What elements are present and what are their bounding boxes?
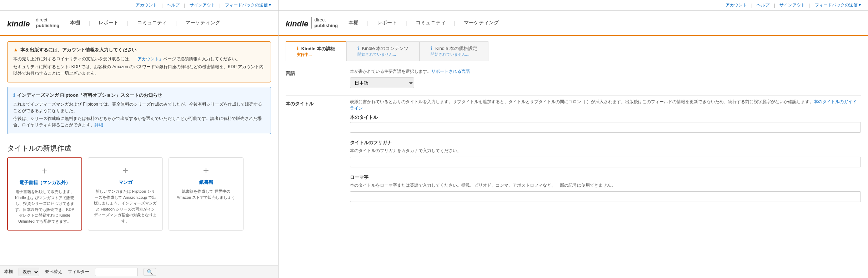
form-row-book-title: 本のタイトル 表紙に書かれているとおりのタイトルを入力します。サブタイトルを追加…: [286, 98, 861, 202]
manga-card-title: マンガ: [119, 179, 132, 186]
left-signout-link[interactable]: サインアウト: [190, 2, 215, 8]
language-content-col: 本が書かれている主要言語を選択します。サポートされる言語 日本語 English: [343, 68, 861, 88]
ebook-card-desc: 電子書籍を出版して販売します。Kindle およびマンガストアで販売し、投資シリ…: [14, 189, 76, 224]
title-main-input[interactable]: [350, 122, 861, 133]
left-panel: アカウント | ヘルプ | サインアウト | フィードバックの送信 ▾ kind…: [0, 0, 279, 278]
right-nav-links: 本棚 | レポート | コミュニティ | マーケティング: [348, 20, 499, 26]
bottom-label4: フィルター: [68, 269, 89, 275]
form-area: 言語 本が書かれている主要言語を選択します。サポートされる言語 日本語 Engl…: [279, 61, 868, 278]
language-desc: 本が書かれている主要言語を選択します。サポートされる言語: [350, 68, 861, 75]
ebook-plus-icon: +: [42, 165, 47, 177]
card-ebook[interactable]: + 電子書籍（マンガ以外） 電子書籍を出版して販売します。Kindle およびマ…: [7, 157, 82, 231]
title-guide-link[interactable]: 本のタイトルのガイドライン: [350, 99, 857, 111]
tab-contents[interactable]: ℹ Kindle 本のコンテンツ 開始されていません...: [346, 41, 420, 61]
left-nav-links: 本棚 | レポート | コミュニティ | マーケティング: [70, 20, 220, 26]
manga-card-desc: 新しいマンガまたは Fliptoon シリーズを作成して Amazon.co.j…: [94, 188, 157, 224]
title-furigana-sublabel: タイトルのフリガナ: [350, 140, 861, 146]
right-sep2: |: [774, 3, 775, 8]
bottom-search-button[interactable]: 🔍: [144, 268, 156, 276]
left-account-link[interactable]: アカウント: [136, 2, 157, 8]
ebook-card-title: 電子書籍（マンガ以外）: [19, 180, 70, 186]
left-bottom-bar: 本棚 表示 並べ替え フィルター 🔍: [0, 265, 278, 278]
tab-pricing-label: Kindle 本の価格設定: [435, 46, 477, 51]
alert-warning-line1: 本の売り上げに対するロイヤリティの支払いを受け取るには、「アカウント」ページで必…: [13, 56, 265, 62]
left-logo-kindle: kindle: [7, 19, 30, 29]
title-main-sublabel: 本のタイトル: [350, 114, 861, 121]
book-title-content-col: 表紙に書かれているとおりのタイトルを入力します。サブタイトルを追加すると、タイト…: [343, 98, 861, 202]
language-label: 言語: [286, 70, 343, 77]
book-title-desc: 表紙に書かれているとおりのタイトルを入力します。サブタイトルを追加すると、タイト…: [350, 98, 861, 111]
left-sep2: |: [184, 3, 185, 8]
alert-info: ℹ インディーズマンガ Fliptoon「有料オプション」スタートのお知らせ こ…: [7, 87, 271, 134]
right-logo: kindle direct publishing: [286, 17, 338, 28]
language-label-col: 言語: [286, 68, 343, 78]
card-manga[interactable]: + マンガ 新しいマンガまたは Fliptoon シリーズを作成して Amazo…: [88, 157, 163, 231]
alert-warning-title: ▲ 本を出版するには、アカウント情報を入力してください: [13, 46, 265, 54]
right-feedback-link[interactable]: フィードバックの送信 ▾: [815, 2, 861, 8]
tab-pricing[interactable]: ℹ Kindle 本の価格設定 開始されていません...: [420, 41, 488, 61]
bottom-display-select[interactable]: 表示: [19, 268, 39, 276]
tab-details-icon: ℹ: [297, 46, 298, 51]
detail-link[interactable]: 詳細: [95, 122, 103, 127]
left-alerts: ▲ 本を出版するには、アカウント情報を入力してください 本の売り上げに対するロイ…: [0, 36, 278, 140]
tab-contents-icon: ℹ: [357, 46, 359, 51]
alert-warning: ▲ 本を出版するには、アカウント情報を入力してください 本の売り上げに対するロイ…: [7, 41, 271, 82]
right-nav-report[interactable]: レポート: [377, 20, 397, 26]
language-select[interactable]: 日本語 English: [350, 77, 414, 88]
right-nav-marketing[interactable]: マーケティング: [464, 20, 499, 26]
left-sep1: |: [161, 3, 162, 8]
right-logo-direct: direct publishing: [311, 17, 338, 28]
right-account-link[interactable]: アカウント: [726, 2, 747, 8]
left-feedback-link[interactable]: フィードバックの送信 ▾: [225, 2, 271, 8]
left-top-nav: アカウント | ヘルプ | サインアウト | フィードバックの送信 ▾: [0, 0, 278, 11]
left-nav-marketing[interactable]: マーケティング: [185, 20, 220, 26]
bottom-label3: 並べ替え: [45, 269, 62, 275]
title-furigana-input[interactable]: [350, 157, 861, 167]
tab-details-status: 実行中...: [297, 52, 335, 57]
info-icon: ℹ: [13, 91, 15, 99]
left-logo-direct-text: direct: [36, 17, 60, 23]
left-nav-hondana[interactable]: 本棚: [70, 20, 80, 26]
left-help-link[interactable]: ヘルプ: [167, 2, 180, 8]
tab-pricing-icon: ℹ: [431, 46, 432, 51]
book-title-label: 本のタイトル: [286, 101, 343, 107]
step-tabs: ℹ Kindle 本の詳細 実行中... ℹ Kindle 本のコンテンツ 開始…: [279, 36, 868, 61]
right-nav-community[interactable]: コミュニティ: [416, 20, 446, 26]
warning-icon: ▲: [13, 46, 18, 54]
section-title: タイトルの新規作成: [0, 140, 278, 156]
left-sep3: |: [220, 3, 221, 8]
alert-info-line1: これまでインディーズマンガおよび Fliptoon では、完全無料のシリーズ作成…: [13, 101, 265, 114]
paperback-card-title: 紙書籍: [199, 179, 213, 186]
right-top-nav: アカウント | ヘルプ | サインアウト | フィードバックの送信 ▾: [279, 0, 868, 11]
left-logo-direct: direct publishing: [33, 17, 60, 28]
tab-details[interactable]: ℹ Kindle 本の詳細 実行中...: [286, 41, 346, 61]
account-link[interactable]: 「アカウント」: [133, 56, 163, 61]
title-roman-desc: 本のタイトルをローマ字または英語で入力してください。括弧、ピリオド、コンマ、アポ…: [350, 182, 861, 188]
book-title-label-col: 本のタイトル: [286, 98, 343, 108]
right-signout-link[interactable]: サインアウト: [779, 2, 805, 8]
left-nav-community[interactable]: コミュニティ: [137, 20, 167, 26]
right-logo-kindle: kindle: [286, 19, 308, 29]
left-nav-report[interactable]: レポート: [99, 20, 119, 26]
alert-info-line2: 今後は、シリーズ作成時に無料または有料のどちらかで出版するかを選んでいただくこと…: [13, 115, 265, 128]
right-logo-direct-text: direct: [315, 17, 338, 23]
right-help-link[interactable]: ヘルプ: [757, 2, 769, 8]
supported-langs-link[interactable]: サポートされる言語: [431, 69, 470, 74]
left-main-nav: kindle direct publishing 本棚 | レポート | コミュ…: [0, 11, 278, 36]
tab-details-label: Kindle 本の詳細: [301, 46, 335, 51]
paperback-card-desc: 紙書籍を作成して 世界中の Amazon ストアで販売しましょう: [175, 188, 237, 200]
title-roman-input[interactable]: [350, 191, 861, 202]
right-sep1: |: [751, 3, 752, 8]
divider-1: [286, 95, 861, 96]
right-sep3: |: [809, 3, 811, 8]
tab-contents-label: Kindle 本のコンテンツ: [362, 46, 409, 51]
bottom-label1: 本棚: [4, 269, 13, 275]
bottom-search-input[interactable]: [95, 268, 138, 276]
paperback-plus-icon: +: [203, 165, 209, 176]
right-nav-hondana[interactable]: 本棚: [348, 20, 358, 26]
card-paperback[interactable]: + 紙書籍 紙書籍を作成して 世界中の Amazon ストアで販売しましょう: [169, 157, 244, 231]
tab-contents-status: 開始されていません...: [357, 52, 408, 57]
tab-pricing-status: 開始されていません...: [431, 52, 477, 57]
alert-warning-line2: セキュリティに関するヒント: KDP では、お客様の Amazon のパスワード…: [13, 64, 265, 76]
right-panel: アカウント | ヘルプ | サインアウト | フィードバックの送信 ▾ kind…: [279, 0, 868, 278]
